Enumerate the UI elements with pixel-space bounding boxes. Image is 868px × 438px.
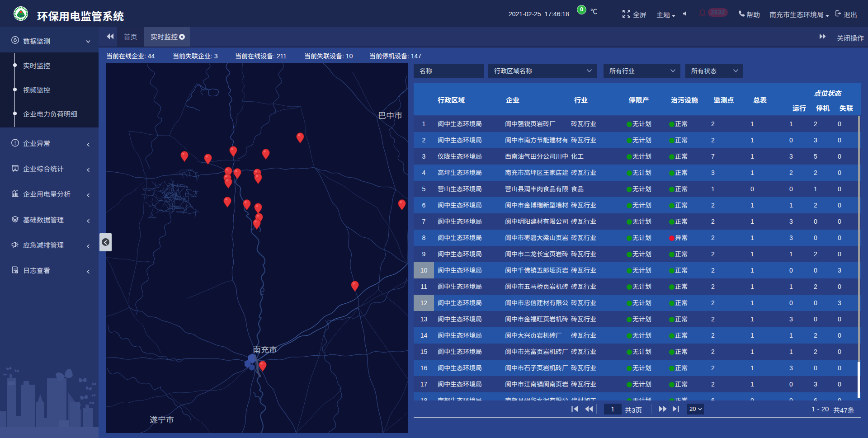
svg-text:巴中市: 巴中市 xyxy=(378,111,402,120)
svg-text:遂宁市: 遂宁市 xyxy=(150,415,174,424)
svg-text:南充市: 南充市 xyxy=(253,345,277,354)
